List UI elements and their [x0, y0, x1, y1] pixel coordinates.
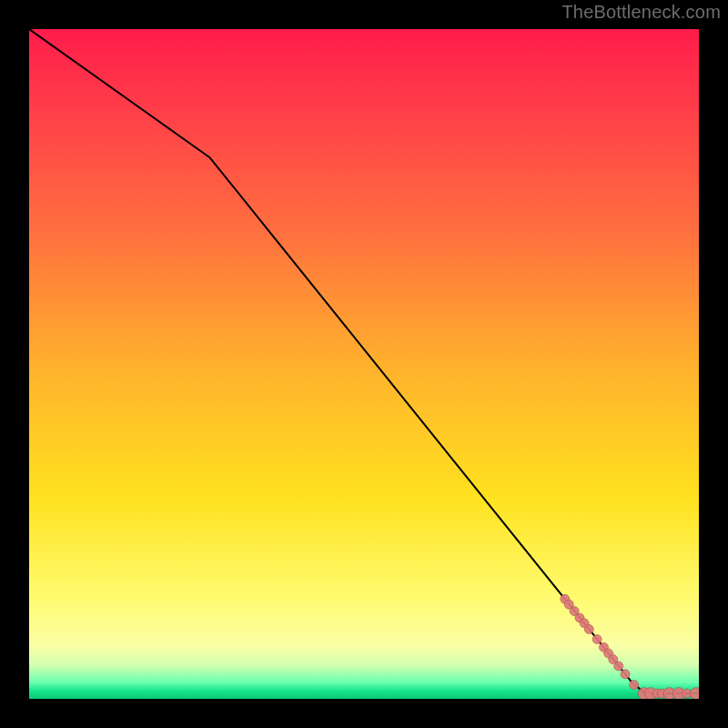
marker-layer: [561, 594, 699, 699]
data-marker: [614, 662, 623, 671]
chart-container: TheBottleneck.com: [0, 0, 728, 728]
watermark: TheBottleneck.com: [561, 2, 721, 23]
data-marker: [584, 624, 593, 633]
data-marker: [621, 670, 630, 679]
data-marker: [691, 688, 699, 699]
data-marker: [592, 635, 602, 644]
trend-line: [29, 29, 699, 693]
plot-overlay: [29, 29, 699, 699]
data-marker: [682, 689, 692, 698]
data-marker: [630, 681, 639, 690]
plot-area: [29, 29, 699, 699]
